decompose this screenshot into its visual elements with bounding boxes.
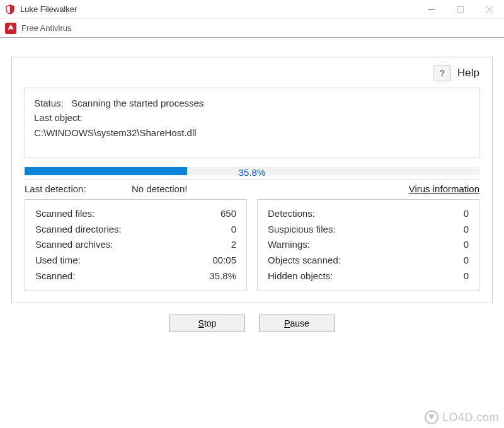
status-box: Status: Scanning the started processes L… [25, 88, 479, 158]
subheader-title: Free Antivirus [21, 23, 71, 33]
stats-left: Scanned files:650 Scanned directories:0 … [25, 199, 247, 291]
stat-item: Used time:00:05 [35, 253, 236, 269]
stat-item: Warnings:0 [268, 237, 469, 253]
stop-button[interactable]: Stop [169, 315, 245, 332]
svg-rect-1 [458, 7, 464, 13]
minimize-button[interactable] [417, 0, 446, 19]
stat-item: Scanned files:650 [35, 206, 236, 222]
watermark-icon [425, 410, 438, 424]
stat-item: Scanned archives:2 [35, 237, 236, 253]
window-title: Luke Filewalker [20, 4, 417, 14]
progress-bar: 35.8% [25, 167, 479, 180]
stat-item: Suspicious files:0 [268, 222, 469, 238]
last-object-path: C:\WINDOWS\system32\ShareHost.dll [34, 125, 470, 140]
scan-panel: ? Help Status: Scanning the started proc… [11, 57, 493, 303]
detection-row: Last detection: No detection! Virus info… [25, 183, 479, 194]
maximize-button[interactable] [446, 0, 475, 19]
progress-percent: 35.8% [25, 167, 479, 178]
stat-item: Detections:0 [268, 206, 469, 222]
virus-information-link[interactable]: Virus information [409, 183, 479, 194]
stats-right: Detections:0 Suspicious files:0 Warnings… [257, 199, 479, 291]
watermark: LO4D.com [425, 410, 499, 424]
help-label: Help [457, 67, 479, 79]
last-detection-label: Last detection: [25, 183, 132, 194]
status-line: Status: Scanning the started processes [34, 96, 470, 110]
help-icon: ? [440, 68, 445, 78]
action-buttons: Stop Pause [11, 315, 493, 332]
pause-button[interactable]: Pause [259, 315, 335, 332]
content-area: ? Help Status: Scanning the started proc… [0, 38, 504, 338]
help-row: ? Help [25, 65, 479, 81]
stat-item: Objects scanned:0 [268, 253, 469, 269]
stat-item: Scanned directories:0 [35, 222, 236, 238]
last-detection-value: No detection! [132, 183, 409, 194]
avira-icon [5, 23, 16, 34]
stat-item: Scanned:35.8% [35, 269, 236, 284]
watermark-text: LO4D.com [442, 411, 499, 424]
app-icon [5, 4, 15, 14]
window-controls [417, 0, 504, 18]
stats-row: Scanned files:650 Scanned directories:0 … [25, 199, 479, 291]
titlebar: Luke Filewalker [0, 0, 504, 19]
help-button[interactable]: ? [433, 65, 451, 81]
last-object-label: Last object: [34, 110, 470, 125]
subheader: Free Antivirus [0, 19, 504, 38]
stat-item: Hidden objects:0 [268, 269, 469, 284]
close-button[interactable] [475, 0, 504, 19]
